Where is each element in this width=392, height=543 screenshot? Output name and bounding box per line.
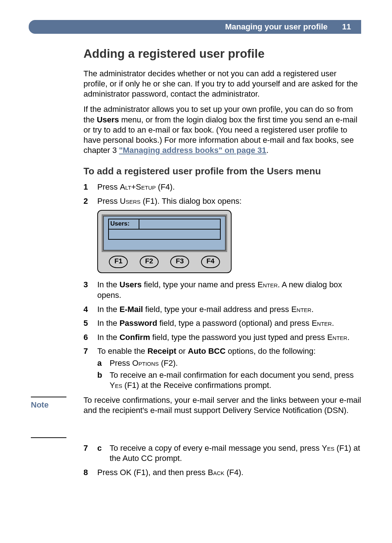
step-3: In the Users field, type your name and p… [83, 280, 361, 300]
intro-paragraph-1: The administrator decides whether or not… [83, 69, 361, 99]
subsection-heading: To add a registered user profile from th… [83, 166, 361, 177]
step-4: In the E-Mail field, type your e-mail ad… [83, 304, 361, 315]
note-block: Note To receive confirmations, your e-ma… [31, 395, 361, 438]
f1-key: F1 [109, 256, 128, 268]
header-page-number: 11 [342, 22, 355, 32]
screen-users-label: Users: [109, 219, 139, 229]
step-2: Press Users (F1). This dialog box opens:… [83, 196, 361, 273]
header-title: Managing your user profile [225, 22, 327, 32]
f4-key: F4 [201, 256, 220, 268]
intro-paragraph-2: If the administrator allows you to set u… [83, 104, 361, 155]
device-screen: Users: [102, 214, 227, 252]
procedure-steps-continued: To receive a copy of every e-mail messag… [83, 443, 361, 478]
f3-key: F3 [170, 256, 189, 268]
step-6: In the Confirm field, type the password … [83, 332, 361, 343]
substeps-7: Press Options (F2). To receive an e-mail… [97, 358, 361, 391]
note-label: Note [31, 395, 83, 438]
content-column-continued: To receive a copy of every e-mail messag… [31, 443, 361, 478]
step-1: Press Alt+Setup (F4). [83, 182, 361, 193]
step-7-continued: To receive a copy of every e-mail messag… [83, 443, 361, 464]
step-7a: Press Options (F2). [97, 358, 361, 369]
step-7: To enable the Receipt or Auto BCC option… [83, 346, 361, 390]
step-7b: To receive an e-mail confirmation for ea… [97, 370, 361, 391]
f2-key: F2 [140, 256, 159, 268]
step-8: Press OK (F1), and then press Back (F4). [83, 467, 361, 478]
note-body: To receive confirmations, your e-mail se… [83, 395, 361, 438]
cross-reference-link[interactable]: "Managing address books" on page 31 [119, 146, 266, 155]
step-5: In the Password field, type a password (… [83, 318, 361, 329]
document-page: Managing your user profile 11 Adding a r… [0, 0, 392, 503]
content-column: Adding a registered user profile The adm… [31, 47, 361, 391]
substeps-7-continued: To receive a copy of every e-mail messag… [97, 443, 361, 464]
device-panel-illustration: Users: F1 F2 F3 F4 [97, 210, 232, 273]
page-header: Managing your user profile 11 [29, 20, 361, 34]
step-7c: To receive a copy of every e-mail messag… [97, 443, 361, 464]
procedure-steps: Press Alt+Setup (F4). Press Users (F1). … [83, 182, 361, 391]
section-heading: Adding a registered user profile [83, 47, 361, 61]
function-key-row: F1 F2 F3 F4 [102, 256, 227, 270]
